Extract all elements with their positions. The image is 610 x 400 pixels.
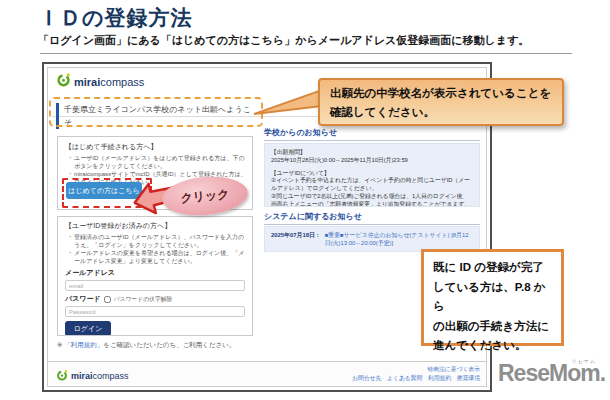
miraicompass-logo-icon [56,72,71,91]
footer-link-contact[interactable]: お問合せ先 [352,375,381,381]
miraicompass-logo: miraicompass [56,72,144,91]
email-field[interactable] [65,280,245,291]
callout-tail-shape [252,88,322,116]
password-field[interactable] [65,306,245,317]
password-unmask-label: パスワードの伏字解除 [114,295,173,304]
terms-link[interactable]: 「利用規約」 [64,341,103,348]
email-label: メールアドレス [65,268,245,278]
callout-line: 進んでください。 [433,336,552,356]
school-news-box: 【出願期間】 2025年10月28日(火)0:00～2025年11月10日(月)… [264,143,480,207]
callout-line: している方は、P.8 から [433,278,552,317]
registered-bullet: メールアドレスの変更を希望される場合は、ログイン後、「メールアドレス変更」より変… [65,249,250,265]
news-line: ②同じユーザIDで2名以上(兄弟)ご登録される場合は、1人目のログイン後、画面右… [271,193,473,207]
callout-check-school-name: 出願先の中学校名が表示されていることを 確認してください。 [318,78,564,126]
news-line: ①イベント予約を申込まれた方は、イベント予約の時と同じユーザID（メールアドレス… [271,177,473,193]
registered-bullet: 登録済みのユーザID（メールアドレス）、パスワードを入力のうえ、「ログイン」をク… [65,233,250,249]
footer-link-environment[interactable]: 推奨環境 [457,375,480,381]
miraicompass-logo-text: miraicompass [71,371,129,381]
footer-link-tokushoho[interactable]: 特商法に基づく表示 [427,366,480,372]
screenshot-footer: miraicompass 特商法に基づく表示 お問合せ先 よくある質問 利用規約… [48,361,486,386]
registered-heading: 【ユーザID登録がお済みの方へ】 [65,221,245,231]
miraicompass-logo-icon [56,367,68,385]
page-subtitle: 「ログイン画面」にある「はじめての方はこちら」からメールアドレス仮登録画面に移動… [38,33,529,48]
footer-link-terms[interactable]: 利用規約 [428,375,451,381]
miraicompass-logo-text: miraicompass [74,76,144,88]
callout-already-registered: 既に ID の登録が完了 している方は、P.8 から の出願の手続き方法に 進ん… [421,249,564,346]
resemom-logo: リセマム ReseMom. [498,360,606,387]
resemom-ruby: リセマム [572,358,596,364]
system-news-date: 2025年07月18日： [271,231,321,247]
callout-line: の出願の手続き方法に [433,317,552,337]
terms-note: ※ 「利用規約」をご確認いただいたのち、ご利用ください。 [57,341,235,350]
footer-links: 特商法に基づく表示 お問合せ先 よくある質問 利用規約 推奨環境 [348,365,480,383]
title-divider [40,53,572,54]
password-unmask-checkbox[interactable] [104,296,111,303]
login-button[interactable]: ログイン [65,321,111,336]
callout-line: 確認してください。 [330,103,552,122]
instruction-slide: ＩＤの登録方法 「ログイン画面」にある「はじめての方はこちら」からメールアドレス… [0,0,610,400]
registered-user-section: 【ユーザID登録がお済みの方へ】 登録済みのユーザID（メールアドレス）、パスワ… [57,216,253,336]
page-title: ＩＤの登録方法 [38,4,193,32]
system-news-link[interactable]: ■重要■サービス停止のお知らせ(テストサイト) [8月12日(火)13:00～2… [325,231,473,247]
terms-note-suffix: をご確認いただいたのち、ご利用ください。 [103,341,235,348]
callout-line: 既に ID の登録が完了 [433,258,552,278]
footer-link-faq[interactable]: よくある質問 [387,375,422,381]
news-line: 2025年10月28日(火)0:00～2025年11月10日(月)23:59 [271,157,473,165]
system-news-title: システムに関するお知らせ [264,211,480,225]
news-line: 【出願期間】 [271,149,473,157]
first-time-bullet: ユーザID（メールアドレス）をはじめて登録される方は、下のボタンをクリックしてく… [65,154,250,170]
school-news-title: 学校からのお知らせ [264,127,480,141]
first-time-heading: 【はじめて手続される方へ】 [65,142,245,152]
callout-line: 出願先の中学校名が表示されていることを [330,84,552,103]
password-label: パスワード [65,294,101,304]
footer-miraicompass-logo: miraicompass [56,367,129,385]
click-label: クリック [180,185,230,206]
welcome-annotation-dashed-box [49,97,263,127]
